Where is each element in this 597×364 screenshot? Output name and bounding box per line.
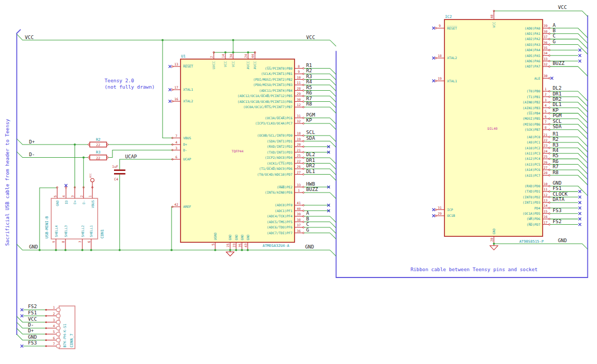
svg-text:GND: GND (228, 234, 232, 240)
svg-text:27: 27 (544, 166, 548, 169)
svg-text:A: A (553, 22, 556, 28)
net-label-ucap: UCAP (125, 154, 137, 159)
svg-text:DR1: DR1 (553, 91, 562, 97)
svg-text:FS2: FS2 (28, 303, 37, 309)
svg-text:30: 30 (297, 98, 301, 101)
svg-text:36: 36 (544, 41, 548, 44)
conn7-value: B7K-PH-K-S1 (63, 323, 67, 347)
svg-text:(A9)PC1: (A9)PC1 (526, 140, 540, 144)
svg-text:DR1: DR1 (306, 157, 315, 163)
net-label-vcc-u1: VCC (306, 34, 315, 40)
svg-text:DATA: DATA (553, 196, 565, 202)
svg-text:8: 8 (298, 64, 300, 68)
svg-text:14: 14 (544, 204, 548, 207)
svg-text:17: 17 (174, 85, 178, 89)
svg-text:D-: D- (28, 322, 34, 328)
svg-text:24: 24 (544, 149, 548, 153)
svg-text:R7: R7 (553, 164, 558, 169)
svg-text:R3: R3 (306, 73, 312, 79)
svg-text:SDA: SDA (553, 123, 562, 129)
svg-text:(W̅R̅)PD6: (W̅R̅)PD6 (526, 217, 540, 221)
svg-text:12: 12 (297, 103, 301, 107)
svg-text:42: 42 (174, 203, 178, 206)
u1-footprint: TQFP44 (232, 149, 244, 153)
ic2-value: AT90S8515-P (519, 240, 544, 244)
svg-text:B: B (306, 216, 309, 222)
svg-text:VBUS: VBUS (183, 136, 191, 140)
vcc-power-label: VCC (89, 173, 92, 178)
svg-text:35: 35 (238, 243, 242, 247)
svg-text:AVCC: AVCC (246, 61, 250, 69)
svg-text:VBUS: VBUS (91, 200, 94, 208)
svg-text:XTAL1: XTAL1 (183, 88, 193, 91)
svg-text:(AD6)PA6: (AD6)PA6 (525, 59, 541, 63)
svg-text:SHELL4: SHELL4 (54, 225, 58, 237)
svg-text:(SDA/INT1)PD1: (SDA/INT1)PD1 (267, 139, 293, 143)
svg-text:23: 23 (232, 243, 236, 247)
svg-text:(ADC7/TDI)PF7: (ADC7/TDI)PF7 (267, 231, 293, 235)
svg-text:D+: D+ (28, 328, 34, 333)
svg-text:(AD3)PA3: (AD3)PA3 (525, 43, 541, 46)
svg-text:1: 1 (298, 188, 300, 192)
svg-text:8: 8 (61, 241, 65, 243)
svg-text:7: 7 (53, 342, 55, 346)
svg-text:R8: R8 (306, 101, 312, 107)
svg-text:40: 40 (490, 14, 494, 18)
svg-text:(OC1A)PD5: (OC1A)PD5 (523, 212, 541, 215)
svg-text:22: 22 (544, 138, 548, 142)
svg-text:10: 10 (544, 182, 548, 186)
svg-text:(AIN1)PB3: (AIN1)PB3 (523, 106, 541, 110)
svg-text:D+: D+ (73, 200, 77, 204)
svg-text:FS2: FS2 (553, 218, 562, 224)
svg-text:3: 3 (53, 318, 55, 322)
svg-text:R2: R2 (306, 68, 312, 73)
svg-text:R5: R5 (553, 152, 558, 158)
svg-text:C: C (306, 221, 309, 227)
c4-ref: C4 (114, 177, 118, 181)
svg-text:33: 33 (297, 183, 301, 187)
svg-text:DL2: DL2 (306, 151, 315, 157)
svg-text:38: 38 (297, 218, 301, 222)
svg-text:(AIN0)PB2: (AIN0)PB2 (523, 100, 541, 104)
svg-text:20: 20 (490, 238, 494, 242)
svg-text:38: 38 (544, 30, 548, 33)
svg-text:(ADC0)PF0: (ADC0)PF0 (274, 203, 292, 207)
svg-text:(TXD)PD1: (TXD)PD1 (525, 189, 541, 193)
svg-text:2: 2 (53, 312, 55, 315)
svg-text:ALE: ALE (534, 76, 540, 80)
note-teensy-line1: Teensy 2.0 (105, 78, 134, 83)
svg-text:6: 6 (175, 155, 177, 159)
svg-text:(INT6/AIN0)PE6: (INT6/AIN0)PE6 (265, 190, 292, 194)
svg-text:(AD1)PA1: (AD1)PA1 (525, 32, 541, 35)
svg-text:43: 43 (244, 243, 248, 247)
svg-text:27: 27 (297, 170, 301, 174)
svg-text:37: 37 (297, 223, 301, 227)
svg-text:R4: R4 (306, 79, 312, 84)
svg-text:25: 25 (544, 155, 548, 158)
svg-text:7: 7 (545, 120, 547, 123)
r3-value: 22 (96, 156, 100, 160)
svg-text:(A10)PC2: (A10)PC2 (525, 146, 541, 150)
svg-text:GND: GND (28, 334, 37, 340)
svg-text:7: 7 (78, 241, 82, 243)
svg-text:26: 26 (544, 160, 548, 164)
svg-text:SCL: SCL (306, 129, 315, 135)
svg-text:FS1: FS1 (553, 185, 562, 191)
svg-text:OC1B: OC1B (447, 214, 455, 217)
svg-text:(S̅S̅/PCINT0)PB0: (S̅S̅/PCINT0)PB0 (265, 66, 292, 70)
svg-text:(ICP3/CLKO/OC4A)PC7: (ICP3/CLKO/OC4A)PC7 (255, 121, 292, 125)
svg-text:GND: GND (492, 228, 496, 234)
svg-text:9: 9 (298, 70, 300, 73)
svg-text:31: 31 (438, 206, 442, 209)
svg-text:16: 16 (544, 215, 548, 218)
svg-text:SHELL2: SHELL2 (81, 225, 84, 237)
ic2-ref: IC2 (445, 14, 452, 19)
svg-text:(MISO)PB6: (MISO)PB6 (523, 122, 541, 126)
svg-text:26: 26 (297, 165, 301, 168)
svg-text:FS1: FS1 (28, 310, 37, 315)
svg-text:(SCLK/PCINT1)PB1: (SCLK/PCINT1)PB1 (261, 72, 292, 75)
svg-text:19: 19 (438, 76, 442, 80)
svg-text:17: 17 (544, 221, 548, 224)
svg-text:13: 13 (174, 62, 178, 66)
svg-text:29: 29 (297, 92, 301, 95)
